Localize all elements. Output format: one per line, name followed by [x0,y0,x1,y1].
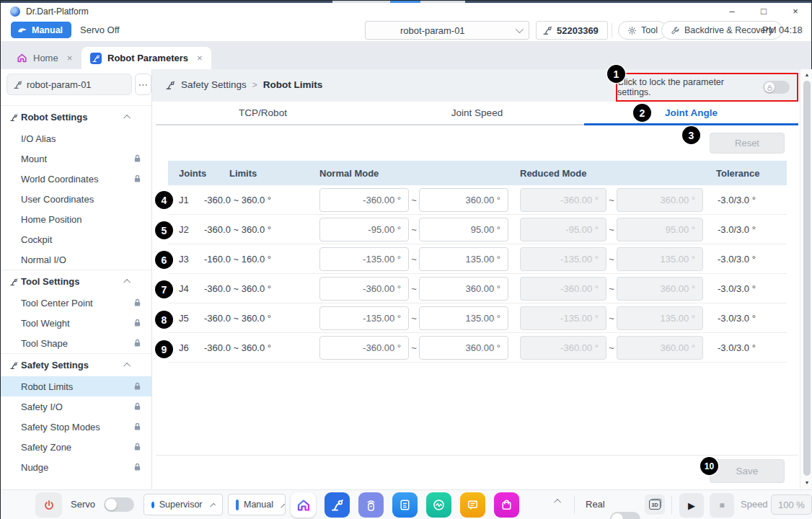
sidebar-item[interactable]: Safety Zone [1,437,151,457]
scroll-up-icon[interactable]: ▲ [800,72,812,77]
sidebar-item[interactable]: Nudge [1,457,151,477]
save-button[interactable]: Save [710,459,785,483]
robot-mode-select[interactable]: Manual [228,494,286,515]
tab-robot-parameters[interactable]: Robot Parameters × [81,47,211,69]
stop-button[interactable]: ■ [710,493,734,518]
minimize-button[interactable]: – [716,6,748,17]
sidebar-item[interactable]: Tool Shape [1,333,151,353]
annotation-badge-6: 6 [155,251,173,269]
app-tab-strip: Home × Robot Parameters × [1,41,811,69]
normal-min-input[interactable]: -360.00 ° [319,188,409,212]
dock-collapse-chevron-icon[interactable] [554,499,561,506]
table-row: J6 -360.0 ~ 360.0 ° -360.00 ° ~ 360.00 °… [168,333,787,363]
backdrive-label: Backdrive & Recovery [684,25,773,35]
chevron-up-icon[interactable] [123,115,131,122]
sidebar-item[interactable]: Robot Limits [1,376,151,396]
maximize-button[interactable]: □ [748,6,780,17]
sidebar-item[interactable]: World Coordinates [1,169,151,189]
chevron-up-icon[interactable] [123,363,131,370]
sidebar-item[interactable]: Safety I/O [1,396,151,417]
tab-home[interactable]: Home × [8,47,81,69]
joint-tolerance: -3.0/3.0 ° [715,283,787,294]
normal-max-input[interactable]: 95.00 ° [419,218,508,241]
more-options-button[interactable]: ⋯ [135,74,151,95]
window-title: Dr.Dart-Platform [26,6,89,17]
normal-min-input[interactable]: -360.00 ° [319,277,409,301]
speed-value[interactable]: 100 % [771,494,812,515]
tab-home-close-icon[interactable]: × [67,53,73,63]
store-app-icon [500,498,513,512]
annotation-badge-2: 2 [633,104,651,122]
power-button[interactable] [35,492,62,518]
scrollbar-thumb[interactable] [803,81,811,476]
top-toolbar: Manual Servo Off robot-param-01 52203369… [1,19,811,41]
reset-button[interactable]: Reset [710,133,785,154]
annotation-badge-3: 3 [682,126,700,144]
table-body: J1 -360.0 ~ 360.0 ° -360.00 ° ~ 360.00 °… [168,185,787,363]
sidebar-item[interactable]: Mount [1,148,151,169]
normal-min-input[interactable]: -95.00 ° [319,218,409,241]
content-tabs: TCP/Robot Joint Speed Joint Angle [156,102,798,125]
tool-button[interactable]: Tool [618,21,667,40]
chevron-up-icon[interactable] [123,279,131,286]
param-file-value: robot-param-01 [400,25,465,36]
lock-icon [133,463,141,471]
vertical-scrollbar[interactable]: ▲ ▼ [800,69,812,489]
manual-mode-icon [236,500,239,510]
normal-max-input[interactable]: 360.00 ° [419,336,508,360]
sidebar-item-label: Cockpit [21,234,123,245]
joint-limits: -360.0 ~ 360.0 ° [204,342,319,353]
sidebar-item[interactable]: Tool Center Point [1,293,151,313]
tab-joint-speed[interactable]: Joint Speed [370,102,584,124]
dock-home-app[interactable] [291,492,316,518]
serial-number: 52203369 [557,25,599,36]
breadcrumb-section[interactable]: Safety Settings [181,79,247,90]
dock-robot-parameters-app[interactable] [325,492,350,518]
manual-mode-button[interactable]: Manual [11,22,71,38]
param-name-field[interactable]: robot-param-01 [6,74,132,95]
sidebar-item[interactable]: Safety Stop Modes [1,417,151,437]
user-role-select[interactable]: Supervisor [144,494,223,515]
normal-max-input[interactable]: 360.00 ° [419,277,508,301]
scroll-down-icon[interactable]: ▼ [800,480,812,485]
sidebar-item[interactable]: I/O Alias [1,128,151,148]
annotation-badge-7: 7 [155,280,173,298]
sidebar-item[interactable]: Tool Weight [1,313,151,333]
sidebar-item[interactable]: Normal I/O [1,249,151,270]
sidebar-item-label: Tool Center Point [21,298,123,309]
close-button[interactable]: × [780,6,811,17]
sidebar-item-label: I/O Alias [21,133,123,144]
param-file-dropdown[interactable]: robot-param-01 [365,21,529,40]
servo-toggle[interactable] [104,497,134,512]
dock-task-writer-app[interactable] [392,492,418,518]
sidebar-item[interactable]: Safety Settings [1,353,151,376]
dock-store-app[interactable] [494,492,519,518]
reduced-max-input: 135.00 ° [617,306,703,330]
tab-tcp-robot[interactable]: TCP/Robot [156,102,370,124]
joint-tolerance: -3.0/3.0 ° [715,224,787,235]
dock-message-app[interactable] [460,492,485,518]
joint-limits: -360.0 ~ 360.0 ° [204,283,319,294]
normal-min-input[interactable]: -360.00 ° [319,336,409,360]
simulator-3d-button[interactable]: 3D [645,494,665,515]
dock-monitoring-app[interactable] [426,492,451,518]
normal-max-input[interactable]: 360.00 ° [419,188,508,212]
sidebar-item[interactable]: Tool Settings [1,270,151,293]
footer-divider [156,455,798,456]
lock-settings-banner: Click to lock the parameter settings. [616,73,798,102]
normal-min-input[interactable]: -135.00 ° [319,247,409,271]
normal-max-input[interactable]: 135.00 ° [419,247,508,271]
normal-max-input[interactable]: 135.00 ° [419,306,508,330]
tab-robot-parameters-close-icon[interactable]: × [197,53,203,63]
normal-min-input[interactable]: -135.00 ° [319,306,409,330]
lock-settings-toggle[interactable] [763,81,790,94]
dock-virtual-pendant-app[interactable] [358,492,384,518]
sidebar-item[interactable]: Cockpit [1,229,151,249]
play-button[interactable]: ▶ [679,493,704,518]
sidebar-item[interactable]: Home Position [1,209,151,229]
sidebar-item[interactable]: User Coordinates [1,189,151,209]
sidebar-item[interactable]: Robot Settings [1,105,151,128]
joint-limits: -360.0 ~ 360.0 ° [204,224,319,235]
real-mode-toggle[interactable] [610,512,640,519]
tab-joint-angle[interactable]: Joint Angle [584,102,798,124]
